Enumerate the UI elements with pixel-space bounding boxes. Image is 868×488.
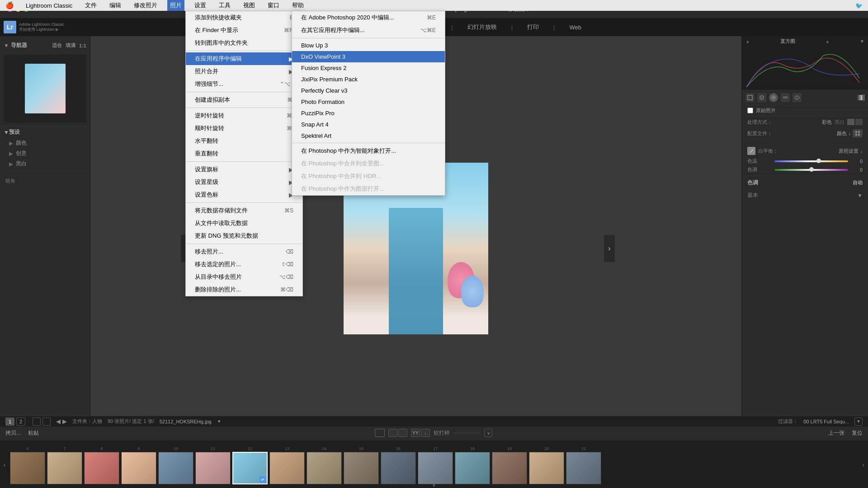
grid-view-icon[interactable] [33,418,41,426]
menu-goto-folder[interactable]: 转到图库中的文件夹 [186,37,302,49]
filmstrip-item-19[interactable]: 19 [492,446,527,484]
thumbnail-8[interactable] [84,452,119,484]
filmstrip-item-9[interactable]: 9 [121,446,156,484]
filmstrip-item-13[interactable]: 13 [269,446,305,484]
prev-button[interactable]: 上一张 [828,429,844,437]
menu-enhance[interactable]: 增强细节... ⌃⌥↑ [186,78,302,90]
menu-dxo-viewpoint[interactable]: DxO ViewPoint 3 [292,51,445,62]
menu-virtual-copy[interactable]: 创建虚拟副本 ⌘' [186,94,302,106]
menu-fusion-express[interactable]: Fusion Express 2 [292,62,445,74]
menu-update-dng[interactable]: 更新 DNG 预览和元数据 [186,230,302,242]
basic-section-expand[interactable]: 基本 ▼ [742,190,868,202]
preset-item-bw[interactable]: ▶ 黑白 [0,159,90,169]
menubar-file[interactable]: 文件 [82,0,99,11]
filmstrip-item-15[interactable]: 15 [344,446,379,484]
profile-grid-icon[interactable] [853,129,863,137]
paste-button[interactable]: 粘贴 [28,429,39,437]
thumbnail-9[interactable] [121,452,156,484]
filter-value[interactable]: 00 LRT5 Full Sequ... [803,419,849,424]
menu-set-flag[interactable]: 设置旗标 ▶ [186,163,302,176]
wb-value[interactable]: 原照设置 ↓ [839,148,863,155]
menu-remove-from-catalog[interactable]: 从目录中移去照片 ⌥⌫ [186,271,302,283]
original-photo-checkbox[interactable] [747,108,753,113]
menu-remove-selected[interactable]: 移去选定的照片... ⇧⌫ [186,258,302,271]
color-tint-slider[interactable] [774,169,848,171]
filmstrip-item-20[interactable]: 20 [529,446,564,484]
thumbnail-6[interactable] [10,452,45,484]
menu-set-color[interactable]: 设置色标 ▶ [186,188,302,201]
menu-remove-photo[interactable]: 移去照片... ⌫ [186,245,302,258]
color-temp-slider[interactable] [774,160,848,162]
radial-grad-icon[interactable] [793,93,802,102]
menu-perfectly-clear[interactable]: Perfectly Clear v3 [292,85,445,96]
menubar-window[interactable]: 窗口 [265,0,282,11]
menu-save-metadata[interactable]: 将元数据存储到文件 ⌘S [186,204,302,217]
menu-set-rating[interactable]: 设置星级 ▶ [186,176,302,188]
filmstrip-item-12[interactable]: 12 [232,446,268,484]
menu-smart-object[interactable]: 在 Photoshop 中作为智能对象打开... [292,145,445,157]
grid-icon-1[interactable] [847,119,854,125]
linear-grad-icon[interactable] [781,93,790,102]
menubar-photo[interactable]: 照片 [167,0,184,11]
navigator-header[interactable]: ▼ 导航器 适合 填满 1:1 [0,40,90,51]
thumbnail-14[interactable] [307,452,342,484]
menu-read-metadata[interactable]: 从文件中读取元数据 [186,217,302,230]
view-opt-1[interactable] [388,429,397,437]
preset-item-creative[interactable]: ▶ 创意 [0,148,90,159]
soft-proof-label[interactable]: 软打样 [434,429,450,437]
thumbnail-13[interactable] [269,452,305,484]
basic-section-header[interactable]: 色调 自动 [742,176,868,190]
color-mode-btn[interactable]: 彩色 [822,119,832,126]
menu-flip-h[interactable]: 水平翻转 [186,135,302,147]
menubar-tools[interactable]: 工具 [216,0,233,11]
slider-expand[interactable]: ∨ [484,429,492,437]
menu-snap-art[interactable]: Snap Art 4 [292,119,445,130]
thumbnail-7[interactable] [47,452,82,484]
menubar-edit[interactable]: 编辑 [107,0,124,11]
filmstrip-item-11[interactable]: 11 [195,446,231,484]
next-photo-arrow[interactable]: › [604,235,615,262]
menu-jixipix[interactable]: JixiPix Premium Pack [292,74,445,85]
menubar-help[interactable]: 帮助 [289,0,307,11]
filmstrip-item-16[interactable]: 16 [381,446,416,484]
view-opt-2[interactable] [398,429,407,437]
filmstrip-item-7[interactable]: 7 [47,446,82,484]
nav-slideshow[interactable]: 幻灯片放映 [467,23,497,31]
thumbnail-11[interactable] [195,452,231,484]
filmstrip-item-6[interactable]: 6 [10,446,45,484]
thumbnail-21[interactable] [566,452,601,484]
eyedropper-icon[interactable] [747,147,755,155]
filmstrip-left-arrow[interactable]: ‹ [0,443,9,486]
yx-btn[interactable]: ↓ [421,429,430,437]
preset-item-color[interactable]: ▶ 颜色 [0,138,90,148]
grid-icon-2[interactable] [855,119,863,125]
menu-edit-other[interactable]: 在其它应用程序中编辑... ⌥⌘E [292,24,445,37]
filename-info[interactable]: 52112_HOKSREHg.jpg [160,419,212,424]
color-tint-thumb[interactable] [809,167,814,172]
yy-btn[interactable]: YY [411,429,420,437]
histogram-expand[interactable]: ▼ [860,39,864,44]
menubar-view[interactable]: 视图 [241,0,258,11]
menu-rotate-ccw[interactable]: 逆时针旋转 ⌘[ [186,109,302,122]
menu-add-quickcollection[interactable]: 添加到快捷收藏夹 B [186,11,302,24]
thumbnail-12[interactable] [232,452,268,484]
filmstrip-right-arrow[interactable]: › [859,443,868,486]
list-view-icon[interactable] [42,418,51,426]
tone-thumb[interactable] [863,94,864,101]
next-arrow-icon[interactable]: ▶ [62,418,67,425]
menu-show-in-finder[interactable]: 在 Finder 中显示 ⌘R [186,24,302,37]
prev-arrow-icon[interactable]: ◀ [56,418,61,425]
menubar-develop[interactable]: 修改照片 [131,0,160,11]
apple-icon[interactable]: 🍎 [5,1,14,9]
redeye-tool-icon[interactable] [769,93,778,102]
thumbnail-18[interactable] [455,452,490,484]
soft-proof-slider[interactable] [453,432,481,434]
menu-rotate-cw[interactable]: 顺时针旋转 ⌘] [186,122,302,135]
menu-delete-rejected[interactable]: 删除排除的照片... ⌘⌫ [186,283,302,296]
fit-label[interactable]: 适合 [52,42,62,49]
filter-expand-icon[interactable]: ▼ [854,418,863,426]
nav-web[interactable]: Web [569,24,581,31]
menu-photo-formation[interactable]: Photo Formation [292,96,445,108]
filmstrip-item-8[interactable]: 8 [84,446,119,484]
thumbnail-17[interactable] [418,452,453,484]
